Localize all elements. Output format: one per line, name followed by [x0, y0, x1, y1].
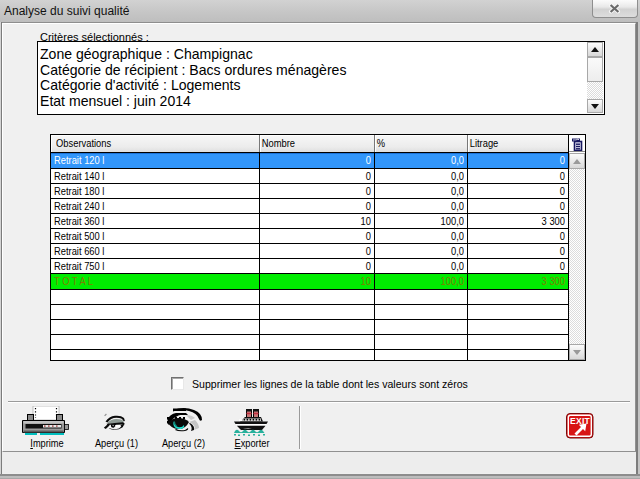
- svg-text:EXIT: EXIT: [570, 416, 591, 426]
